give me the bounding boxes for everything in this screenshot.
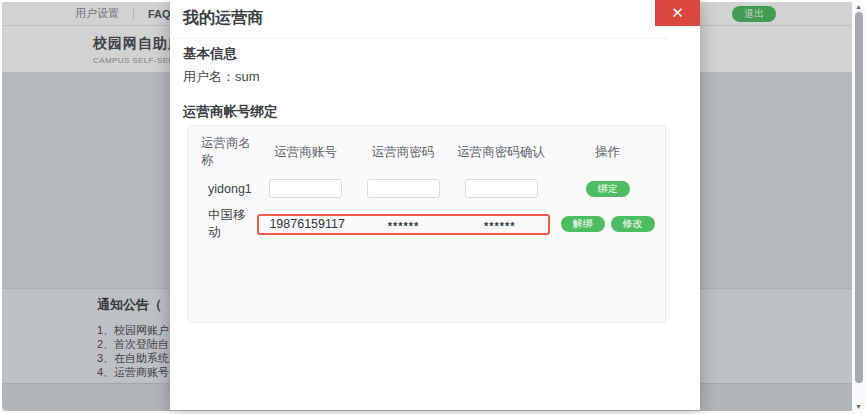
close-icon: ✕ <box>671 4 684 21</box>
password-confirm-value: ****** <box>452 220 548 232</box>
username-row: 用户名：sum <box>183 68 260 86</box>
binding-heading: 运营商帐号绑定 <box>183 103 278 121</box>
modify-button[interactable]: 修改 <box>611 216 655 232</box>
unbind-button[interactable]: 解绑 <box>561 216 605 232</box>
scrollbar-thumb[interactable] <box>855 12 863 383</box>
my-carrier-dialog: 我的运营商 ✕ 基本信息 用户名：sum 运营商帐号绑定 运营商名称 运营商账号… <box>170 0 700 410</box>
title-divider <box>178 38 668 39</box>
table-row: yidong1 绑定 <box>189 178 665 199</box>
column-header-password: 运营商密码 <box>354 144 452 161</box>
password-input[interactable] <box>367 179 440 198</box>
column-header-carrier-name: 运营商名称 <box>201 135 257 169</box>
carrier-name: yidong1 <box>201 182 257 196</box>
scrollbar[interactable]: ▲ ▼ <box>852 0 865 414</box>
column-header-account: 运营商账号 <box>257 144 354 161</box>
table-row: 中国移动 19876159117 ****** ****** 解绑 修改 <box>189 207 665 228</box>
account-value: 19876159117 <box>259 217 355 231</box>
carrier-name: 中国移动 <box>201 207 257 241</box>
dialog-title: 我的运营商 <box>183 8 263 29</box>
account-input[interactable] <box>269 179 342 198</box>
bind-button[interactable]: 绑定 <box>586 181 630 197</box>
close-button[interactable]: ✕ <box>655 0 700 26</box>
binding-table: 运营商名称 运营商账号 运营商密码 运营商密码确认 操作 yidong1 绑定 … <box>188 125 666 323</box>
column-header-password-confirm: 运营商密码确认 <box>452 144 550 161</box>
username-value: sum <box>235 69 260 84</box>
password-confirm-input[interactable] <box>465 179 538 198</box>
browser-window: 用户设置 FAQ 2 退出 校园网自助服务 CAMPUS SELF-SERVIC… <box>0 0 865 414</box>
column-header-actions: 操作 <box>550 144 665 161</box>
highlight-box: 19876159117 ****** ****** <box>257 214 550 235</box>
basic-info-heading: 基本信息 <box>183 45 237 63</box>
table-header-row: 运营商名称 运营商账号 运营商密码 运营商密码确认 操作 <box>189 126 665 169</box>
scroll-down-icon[interactable]: ▼ <box>852 401 865 413</box>
password-value: ****** <box>355 220 451 232</box>
username-label: 用户名： <box>183 69 235 84</box>
